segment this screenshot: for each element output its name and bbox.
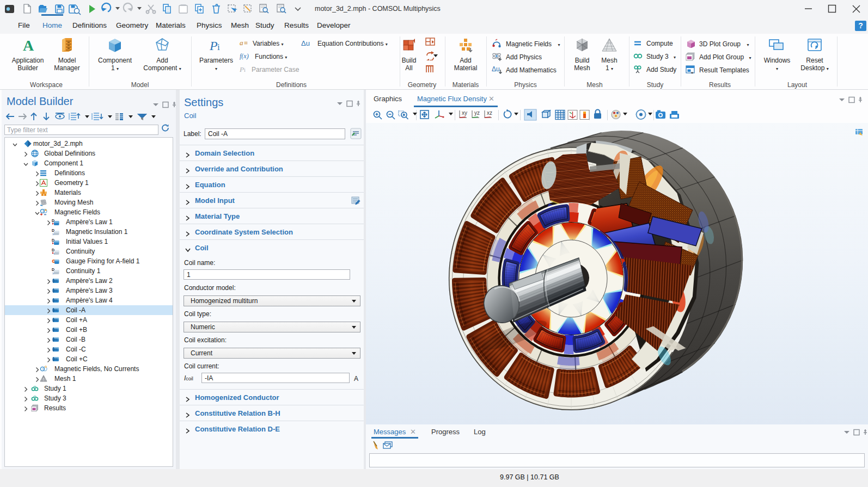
svg-text:Δu: Δu — [492, 65, 500, 73]
svg-text:i: i — [217, 42, 220, 52]
svg-text:i: i — [244, 67, 246, 73]
svg-text:P: P — [209, 39, 218, 53]
svg-text:Δu: Δu — [301, 39, 310, 47]
svg-text:a: a — [240, 39, 243, 47]
svg-text:P: P — [240, 65, 244, 73]
svg-text:A: A — [23, 37, 34, 53]
svg-text:=: = — [244, 39, 248, 47]
svg-text:yz: yz — [474, 110, 480, 116]
svg-text:xz: xz — [487, 110, 492, 116]
svg-text:xy: xy — [462, 110, 467, 116]
svg-text:D: D — [52, 248, 54, 252]
svg-text:f(x): f(x) — [240, 52, 249, 60]
